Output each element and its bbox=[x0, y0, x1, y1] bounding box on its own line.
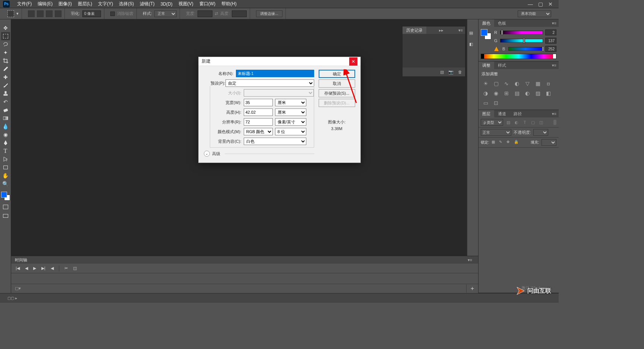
advanced-label: 高级 bbox=[212, 151, 220, 157]
color-mode-select[interactable]: RGB 颜色 bbox=[244, 128, 273, 135]
cancel-button[interactable]: 取消 bbox=[319, 79, 355, 88]
background-select[interactable]: 白色 bbox=[244, 138, 306, 145]
resolution-unit-select[interactable]: 像素/英寸 bbox=[275, 118, 306, 126]
new-document-dialog: 新建 ✕ 名称(N): 预设(P): 自定 大小(I): bbox=[198, 57, 361, 163]
dialog-title-text: 新建 bbox=[202, 58, 211, 65]
color-mode-label: 颜色模式(M): bbox=[212, 129, 242, 135]
advanced-toggle[interactable]: ⌄ bbox=[204, 151, 210, 157]
name-label: 名称(N): bbox=[204, 71, 234, 76]
resolution-label: 分辨率(R): bbox=[212, 119, 242, 125]
height-label-dlg: 高度(H): bbox=[212, 110, 242, 115]
resolution-input[interactable] bbox=[244, 118, 273, 126]
delete-preset-button: 删除预设(D)... bbox=[319, 99, 355, 107]
height-input-dlg[interactable] bbox=[244, 109, 273, 116]
save-preset-button[interactable]: 存储预设(S)... bbox=[319, 89, 355, 97]
width-unit-select[interactable]: 厘米 bbox=[275, 99, 306, 106]
name-input[interactable] bbox=[236, 70, 314, 77]
doc-size-value: 3.38M bbox=[319, 126, 355, 132]
doc-size-label: 图像大小: bbox=[319, 119, 355, 126]
ok-button[interactable]: 确定 bbox=[319, 70, 355, 78]
preset-select[interactable]: 自定 bbox=[225, 79, 314, 87]
width-input-dlg[interactable] bbox=[244, 99, 273, 106]
size-label: 大小(I): bbox=[212, 90, 242, 96]
background-label: 背景内容(C): bbox=[212, 139, 242, 144]
height-unit-select[interactable]: 厘米 bbox=[275, 109, 306, 116]
color-depth-select[interactable]: 8 位 bbox=[275, 128, 306, 135]
width-label-dlg: 宽度(W): bbox=[212, 100, 242, 106]
dialog-titlebar[interactable]: 新建 ✕ bbox=[199, 57, 360, 66]
dialog-overlay: 新建 ✕ 名称(N): 预设(P): 自定 大小(I): bbox=[0, 0, 559, 303]
preset-label: 预设(P): bbox=[204, 81, 225, 86]
size-select bbox=[244, 89, 314, 97]
dialog-close-button[interactable]: ✕ bbox=[349, 57, 357, 66]
